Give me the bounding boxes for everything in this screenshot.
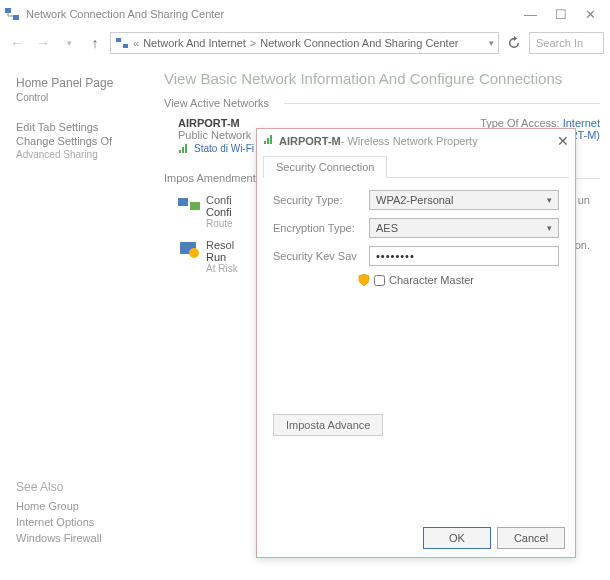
sidebar-link-change-settings[interactable]: Change Settings Of <box>16 135 154 147</box>
sidebar-home-title[interactable]: Home Panel Page <box>16 76 154 90</box>
navbar: ← → ▾ ↑ « Network And Internet > Network… <box>0 28 610 58</box>
wifi-status-text[interactable]: Stato di Wi-Fi <box>194 143 254 154</box>
back-button[interactable]: ← <box>6 32 28 54</box>
setup-sub1: Confi <box>206 206 233 218</box>
setup-connection-icon <box>178 194 200 214</box>
seealso-windows-firewall[interactable]: Windows Firewall <box>16 532 154 544</box>
dropdown-history-icon[interactable]: ▾ <box>58 32 80 54</box>
refresh-button[interactable] <box>503 32 525 54</box>
troubleshoot-icon <box>178 239 200 259</box>
ok-button[interactable]: OK <box>423 527 491 549</box>
wifi-properties-dialog: AIRPORT-M - Wireless Network Property ✕ … <box>256 128 576 558</box>
character-master-checkbox[interactable] <box>374 275 385 286</box>
network-name: AIRPORT-M <box>178 117 251 129</box>
troubleshoot-title: Resol <box>206 239 238 251</box>
chevron-down-icon-2: ▾ <box>547 223 552 233</box>
search-placeholder: Search In <box>536 37 583 49</box>
sidebar: Home Panel Page Control Edit Tab Setting… <box>10 66 160 548</box>
sidebar-link-advanced-sharing[interactable]: Advanced Sharing <box>16 149 154 160</box>
wifi-signal-icon <box>178 144 190 154</box>
wifi-icon <box>263 135 275 147</box>
chevron-down-icon: ▾ <box>547 195 552 205</box>
tab-security[interactable]: Security Connection <box>263 156 387 178</box>
security-type-label: Security Type: <box>273 194 363 206</box>
svg-rect-5 <box>190 202 200 210</box>
up-button[interactable]: ↑ <box>84 32 106 54</box>
window-titlebar: Network Connection And Sharing Center — … <box>0 0 610 28</box>
svg-rect-3 <box>123 44 128 48</box>
svg-rect-2 <box>116 38 121 42</box>
address-dropdown-icon[interactable]: ▾ <box>489 38 494 48</box>
security-type-value: WPA2-Personal <box>376 194 453 206</box>
page-heading: View Basic Network Information And Confi… <box>164 70 600 87</box>
window-title: Network Connection And Sharing Center <box>26 8 524 20</box>
sidebar-home-sub: Control <box>16 92 154 103</box>
security-key-label: Security Kev Sav <box>273 250 363 262</box>
crumb-sep: « <box>133 37 139 49</box>
seealso-homegroup[interactable]: Home Group <box>16 500 154 512</box>
security-key-input[interactable]: •••••••• <box>369 246 559 266</box>
dialog-title-name: AIRPORT-M <box>279 135 341 147</box>
close-button[interactable]: ✕ <box>585 7 596 22</box>
crumb-sep-2: > <box>250 37 256 49</box>
maximize-button[interactable]: ☐ <box>555 7 567 22</box>
troubleshoot-sub2: At Risk <box>206 263 238 274</box>
breadcrumb-2[interactable]: Network Connection And Sharing Center <box>260 37 458 49</box>
svg-point-7 <box>189 248 199 258</box>
forward-button[interactable]: → <box>32 32 54 54</box>
minimize-button[interactable]: — <box>524 7 537 22</box>
setup-sub2: Route <box>206 218 233 229</box>
svg-rect-4 <box>178 198 188 206</box>
address-icon <box>115 36 129 50</box>
encryption-type-label: Encryption Type: <box>273 222 363 234</box>
setup-title: Confi <box>206 194 233 206</box>
dialog-title-suffix: - Wireless Network Property <box>341 135 478 147</box>
breadcrumb-1[interactable]: Network And Internet <box>143 37 246 49</box>
svg-rect-1 <box>13 15 19 20</box>
troubleshoot-side: on. <box>575 239 600 251</box>
search-input[interactable]: Search In <box>529 32 604 54</box>
security-type-select[interactable]: WPA2-Personal ▾ <box>369 190 559 210</box>
dialog-titlebar: AIRPORT-M - Wireless Network Property ✕ <box>257 129 575 153</box>
sidebar-link-edit-tab[interactable]: Edit Tab Settings <box>16 121 154 133</box>
encryption-type-value: AES <box>376 222 398 234</box>
address-bar[interactable]: « Network And Internet > Network Connect… <box>110 32 499 54</box>
dialog-close-button[interactable]: ✕ <box>557 133 569 149</box>
setup-side: un <box>578 194 600 206</box>
encryption-type-select[interactable]: AES ▾ <box>369 218 559 238</box>
character-master-label: Character Master <box>389 274 474 286</box>
cancel-button[interactable]: Cancel <box>497 527 565 549</box>
seealso-internet-options[interactable]: Internet Options <box>16 516 154 528</box>
network-type: Public Network <box>178 129 251 141</box>
svg-rect-0 <box>5 8 11 13</box>
network-sharing-icon <box>4 6 20 22</box>
seealso-heading: See Also <box>16 480 154 494</box>
shield-icon <box>358 274 370 286</box>
active-networks-label: View Active Networks <box>164 97 600 109</box>
troubleshoot-sub1: Run <box>206 251 238 263</box>
advanced-settings-button[interactable]: Imposta Advance <box>273 414 383 436</box>
